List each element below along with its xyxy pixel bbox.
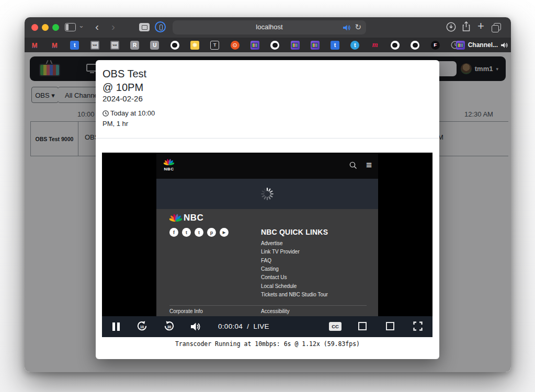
divider — [96, 138, 439, 139]
favorites-row: M M t we we R U ❋ T ⊙ t t m F — [25, 38, 465, 52]
divider — [169, 305, 367, 306]
bookmark-meetup[interactable]: m — [365, 38, 385, 52]
downloads-icon[interactable] — [446, 22, 456, 34]
bookmark-gmail-2[interactable]: M — [44, 38, 64, 52]
chevron-down-icon[interactable]: ⌄ — [78, 21, 84, 29]
pip-button[interactable] — [358, 322, 367, 330]
bookmark-we[interactable]: we — [85, 38, 105, 52]
tumblr-icon: t — [331, 41, 339, 50]
link-local-schedule[interactable]: Local Schedule — [261, 283, 297, 289]
elapsed-time: 0:00:04 — [218, 322, 243, 330]
link-tv-provider[interactable]: Link TV Provider — [261, 249, 300, 255]
onepassword-icon[interactable] — [155, 21, 166, 32]
stop-button[interactable] — [386, 322, 394, 330]
clock-icon — [103, 110, 109, 117]
new-tab-icon[interactable]: + — [477, 19, 484, 33]
svg-text:30: 30 — [167, 325, 172, 329]
link-faq[interactable]: FAQ — [261, 258, 271, 263]
bookmark-settings[interactable]: ❋ — [185, 38, 204, 52]
bookmark-ubuntu[interactable]: ⊙ — [225, 38, 245, 52]
safari-window: ⌄ ‹ › localhost ↻ + M M t we we R U — [25, 17, 511, 372]
close-window-button[interactable] — [31, 24, 38, 31]
bookmark-channels[interactable] — [245, 38, 265, 52]
bookmark-github-4[interactable] — [405, 38, 425, 52]
browser-toolbar: ⌄ ‹ › localhost ↻ + — [25, 17, 511, 38]
program-schedule: Today at 10:00 PM, 1 hr — [103, 108, 170, 129]
tumblr-icon: t — [70, 41, 79, 50]
playback-time: 0:00:04 / LIVE — [218, 322, 269, 330]
fullscreen-button[interactable] — [413, 321, 423, 333]
schedule-line2: PM, 1 hr — [103, 119, 170, 129]
sidebar-icon[interactable] — [65, 23, 76, 31]
we-icon: we — [110, 41, 119, 50]
svg-text:10: 10 — [140, 325, 144, 329]
ubuntu-icon: ⊙ — [231, 41, 240, 50]
gmail-icon: M — [50, 41, 59, 50]
github-icon — [411, 41, 419, 50]
reload-icon[interactable]: ↻ — [355, 22, 361, 32]
bookmark-tumblr[interactable]: t — [65, 38, 85, 52]
time-separator: / — [247, 322, 249, 330]
bookmark-channels-2[interactable] — [285, 38, 305, 52]
bookmark-github-3[interactable] — [385, 38, 405, 52]
link-tickets-tour[interactable]: Tickets and NBC Studio Tour — [261, 292, 328, 297]
tab-overview-icon[interactable] — [494, 23, 501, 30]
bookmark-telegram[interactable]: t — [345, 38, 365, 52]
audio-icon[interactable] — [343, 24, 350, 33]
pause-button[interactable] — [112, 322, 120, 331]
program-details-modal: OBS Test @ 10PM 2024-02-26 Today at 10:0… — [96, 60, 439, 359]
bookmark-tumblr-2[interactable]: t — [325, 38, 345, 52]
extension-icon[interactable] — [139, 23, 150, 31]
url-text: localhost — [173, 23, 366, 31]
nbc-footer: NBC f t t p ▶ NBC QUICK LINKS Advertise … — [156, 209, 378, 316]
bookmark-r[interactable]: R — [124, 38, 144, 52]
live-label: LIVE — [253, 322, 269, 330]
bookmark-keycap[interactable]: T — [205, 38, 225, 52]
nbc-logo[interactable]: NBC — [164, 158, 174, 171]
search-icon[interactable] — [349, 162, 357, 171]
link-advertise[interactable]: Advertise — [261, 240, 283, 246]
video-player[interactable]: NBC ≡ NBC — [102, 153, 432, 337]
tab-audio-icon[interactable] — [501, 42, 508, 48]
loading-spinner-icon — [260, 187, 274, 201]
bookmark-we-2[interactable]: we — [105, 38, 124, 52]
nbc-wordmark: NBC — [184, 213, 203, 223]
youtube-icon[interactable]: ▶ — [220, 228, 229, 237]
bookmark-flipboard[interactable]: F — [425, 38, 445, 52]
social-icons: f t t p ▶ — [169, 228, 229, 237]
loading-area — [156, 179, 378, 209]
back-button[interactable]: ‹ — [95, 20, 99, 33]
channels-tv-icon — [456, 41, 465, 50]
rewind-10-button[interactable]: 10 — [136, 321, 147, 334]
address-bar[interactable]: localhost ↻ — [173, 20, 366, 34]
channels-tv-icon — [291, 41, 300, 50]
bookmark-github-2[interactable] — [265, 38, 285, 52]
facebook-icon[interactable]: f — [169, 228, 178, 237]
menu-icon[interactable]: ≡ — [366, 159, 372, 171]
link-contact-us[interactable]: Contact Us — [261, 274, 287, 280]
bookmark-github[interactable] — [165, 38, 185, 52]
forward-30-button[interactable]: 30 — [164, 321, 175, 334]
minimize-window-button[interactable] — [42, 24, 49, 31]
github-icon — [170, 41, 179, 50]
telegram-icon: t — [350, 41, 359, 50]
closed-captions-button[interactable]: CC — [329, 322, 342, 331]
twitter-icon[interactable]: t — [182, 228, 191, 237]
bookmark-gmail[interactable]: M — [25, 38, 44, 52]
volume-icon[interactable] — [191, 322, 201, 333]
forward-button[interactable]: › — [111, 20, 115, 33]
meetup-icon: m — [371, 41, 380, 50]
share-icon[interactable] — [462, 21, 471, 34]
active-tab[interactable]: Channel... — [456, 38, 508, 52]
nbc-footer-logo[interactable]: NBC — [169, 213, 203, 223]
link-casting[interactable]: Casting — [261, 266, 279, 272]
letter-u-icon: U — [150, 41, 159, 50]
tumblr-icon[interactable]: t — [195, 228, 203, 237]
quick-links-title: NBC QUICK LINKS — [261, 228, 328, 236]
link-accessibility[interactable]: Accessibility — [261, 308, 289, 314]
bookmark-u[interactable]: U — [145, 38, 165, 52]
zoom-window-button[interactable] — [52, 24, 59, 31]
bookmark-channels-3[interactable] — [305, 38, 325, 52]
link-corporate-info[interactable]: Corporate Info — [169, 308, 203, 314]
pinterest-icon[interactable]: p — [207, 228, 216, 237]
